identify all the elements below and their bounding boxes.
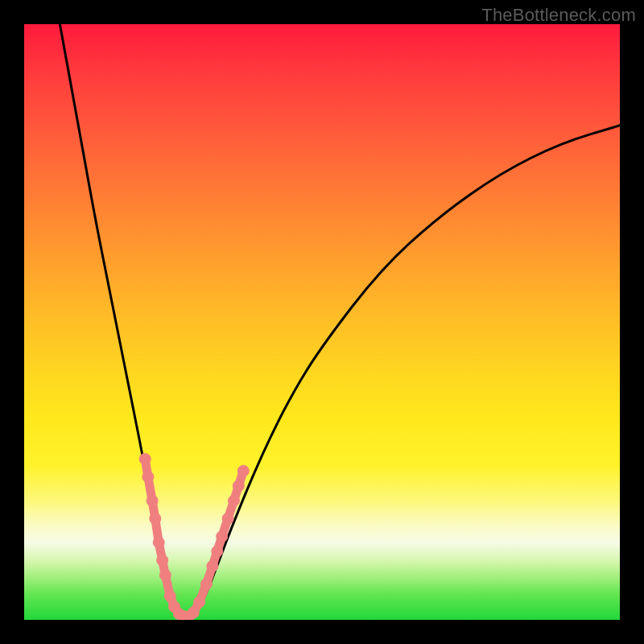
marker-group (139, 453, 249, 620)
bottleneck-curve (60, 24, 620, 620)
marker-dot (200, 579, 212, 590)
marker-dot (142, 471, 154, 482)
marker-dot (207, 560, 218, 572)
marker-dot (188, 607, 199, 618)
marker-dot (153, 537, 164, 548)
marker-dot (164, 590, 175, 601)
marker-dot (217, 530, 228, 542)
marker-dot (139, 453, 151, 464)
marker-dot (157, 555, 168, 566)
marker-dot (159, 570, 171, 581)
marker-dot (147, 495, 158, 506)
curve-svg (24, 24, 620, 620)
marker-dot (150, 513, 161, 524)
plot-area (24, 24, 620, 620)
watermark-text: TheBottleneck.com (481, 5, 636, 26)
marker-dot (212, 546, 223, 557)
chart-frame: TheBottleneck.com (0, 0, 644, 644)
marker-dot (194, 597, 205, 608)
marker-dot (237, 465, 249, 477)
marker-dot (233, 481, 244, 492)
marker-dot (229, 495, 240, 506)
marker-dot (222, 513, 233, 524)
